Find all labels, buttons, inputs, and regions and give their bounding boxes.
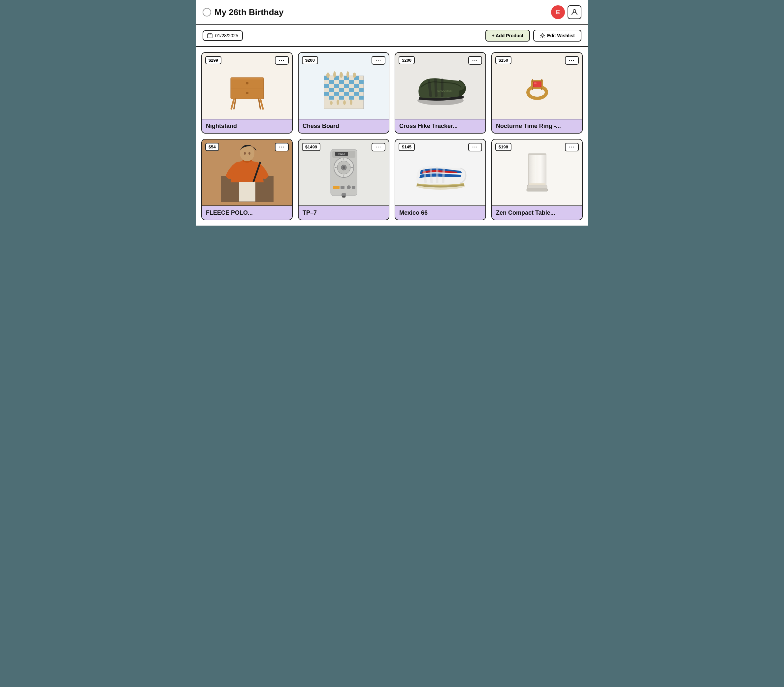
svg-rect-38 — [349, 95, 354, 100]
svg-rect-33 — [334, 92, 339, 95]
svg-rect-57 — [541, 79, 542, 82]
svg-rect-24 — [324, 84, 329, 88]
svg-rect-80 — [342, 196, 346, 197]
edit-wishlist-label: Edit Wishlist — [547, 33, 575, 38]
svg-rect-1 — [208, 34, 212, 38]
svg-rect-87 — [528, 154, 546, 185]
user-profile-button[interactable] — [568, 5, 581, 19]
mexico66-image — [411, 151, 470, 194]
product-card-shoe[interactable]: $200 ··· SALOMON — [395, 52, 486, 133]
shoe-image: SALOMON — [412, 62, 469, 109]
svg-point-70 — [343, 166, 345, 169]
svg-rect-37 — [339, 95, 344, 100]
product-card-tp7[interactable]: $1499 ··· TP-7 TODAY — [298, 139, 389, 220]
wishlist-circle-icon — [203, 8, 211, 16]
product-card-fleece[interactable]: $54 ··· — [201, 139, 293, 220]
product-image-area: $200 ··· — [299, 53, 389, 119]
price-badge: $200 — [399, 56, 415, 64]
product-more-button[interactable]: ··· — [565, 56, 579, 65]
svg-point-5 — [542, 35, 544, 36]
svg-rect-30 — [349, 88, 354, 92]
svg-rect-56 — [532, 79, 533, 82]
svg-rect-58 — [532, 87, 533, 90]
svg-rect-39 — [359, 95, 364, 100]
svg-point-40 — [326, 72, 329, 78]
svg-point-9 — [246, 92, 249, 94]
product-card-mexico66[interactable]: $145 ··· — [395, 139, 486, 220]
lamp-image — [517, 145, 557, 201]
product-name: Nocturne Time Ring -... — [492, 119, 582, 133]
svg-rect-32 — [324, 92, 329, 95]
svg-point-0 — [573, 10, 576, 12]
svg-rect-75 — [333, 186, 339, 189]
product-more-button[interactable]: ··· — [275, 56, 289, 65]
chess-image — [318, 59, 370, 112]
svg-point-8 — [246, 82, 249, 84]
svg-rect-76 — [341, 186, 344, 189]
user-avatar[interactable]: E — [551, 5, 565, 19]
product-image-area: $150 ··· — [492, 53, 582, 119]
product-more-button[interactable]: ··· — [372, 56, 385, 65]
product-card-chess[interactable]: $200 ··· — [298, 52, 389, 133]
price-badge: $145 — [399, 143, 415, 151]
tp7-image: TP-7 TODAY — [322, 145, 365, 201]
person-icon — [571, 8, 578, 16]
svg-point-46 — [336, 100, 339, 105]
product-card-lamp[interactable]: $198 ··· — [491, 139, 583, 220]
svg-point-43 — [346, 71, 349, 78]
fleece-image — [221, 143, 273, 202]
price-badge: $150 — [495, 56, 511, 64]
edit-wishlist-button[interactable]: Edit Wishlist — [533, 30, 581, 41]
svg-point-65 — [249, 152, 250, 154]
svg-rect-22 — [349, 80, 354, 84]
header: My 26th Birthday E — [196, 0, 588, 25]
price-badge: $299 — [205, 56, 221, 64]
svg-rect-91 — [527, 189, 548, 191]
svg-text:TODAY: TODAY — [338, 153, 345, 155]
product-image-area: $299 ··· — [202, 53, 292, 119]
product-more-button[interactable]: ··· — [468, 56, 482, 65]
svg-rect-23 — [359, 80, 364, 84]
product-more-button[interactable]: ··· — [468, 143, 482, 151]
product-card-nightstand[interactable]: $299 ··· — [201, 52, 293, 133]
svg-rect-78 — [352, 186, 356, 189]
header-right: E — [551, 5, 581, 19]
svg-rect-88 — [528, 154, 546, 155]
wishlist-title: My 26th Birthday — [214, 7, 284, 18]
product-more-button[interactable]: ··· — [275, 143, 289, 151]
svg-point-47 — [343, 100, 346, 105]
toolbar-buttons: + Add Product Edit Wishlist — [485, 30, 581, 41]
svg-rect-28 — [329, 88, 334, 92]
product-card-ring[interactable]: $150 ··· — [491, 52, 583, 133]
price-badge: $1499 — [302, 143, 320, 151]
date-badge[interactable]: 01/28/2025 — [203, 30, 243, 41]
products-grid: $299 ··· — [196, 47, 588, 225]
add-product-button[interactable]: + Add Product — [485, 30, 530, 41]
calendar-icon — [207, 33, 212, 38]
svg-rect-21 — [339, 80, 344, 84]
product-name: Mexico 66 — [395, 205, 485, 220]
svg-rect-25 — [334, 84, 339, 88]
svg-point-45 — [330, 101, 333, 105]
svg-point-48 — [350, 100, 352, 105]
product-name: Zen Compact Table... — [492, 205, 582, 220]
svg-rect-27 — [354, 84, 359, 88]
product-more-button[interactable]: ··· — [372, 143, 385, 151]
product-image-area: $200 ··· SALOMON — [395, 53, 485, 119]
product-more-button[interactable]: ··· — [565, 143, 579, 151]
svg-rect-29 — [339, 88, 344, 92]
svg-rect-26 — [344, 84, 349, 88]
header-left: My 26th Birthday — [203, 7, 284, 18]
svg-rect-36 — [329, 95, 334, 100]
svg-point-64 — [244, 152, 246, 154]
svg-text:SALOMON: SALOMON — [437, 89, 452, 92]
svg-rect-34 — [344, 92, 349, 95]
price-badge: $198 — [495, 143, 511, 151]
svg-point-77 — [347, 185, 351, 189]
product-name: Cross Hike Tracker... — [395, 119, 485, 133]
toolbar: 01/28/2025 + Add Product Edit Wishlist — [196, 25, 588, 47]
price-badge: $200 — [302, 56, 318, 64]
date-text: 01/28/2025 — [215, 33, 238, 38]
svg-rect-55 — [534, 82, 537, 84]
product-image-area: $54 ··· — [202, 140, 292, 205]
